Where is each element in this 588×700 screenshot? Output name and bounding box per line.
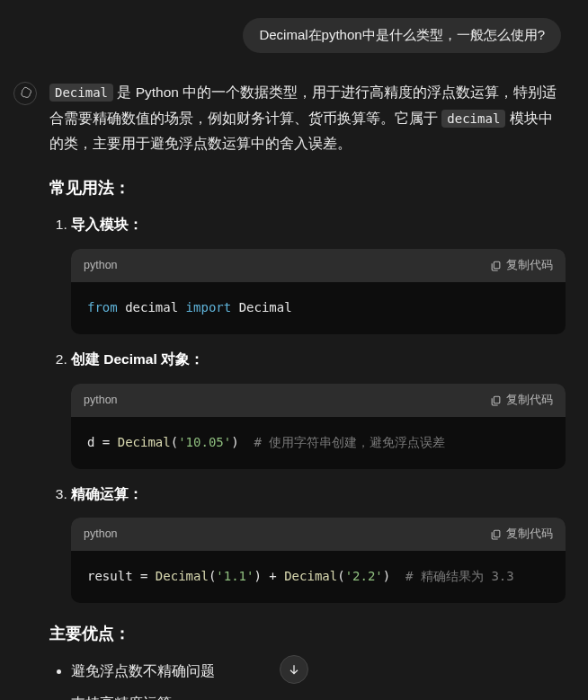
svg-rect-2 bbox=[494, 531, 500, 538]
code-content: result = Decimal('1.1') + Decimal('2.2')… bbox=[71, 551, 566, 603]
code-content: d = Decimal('10.05') # 使用字符串创建，避免浮点误差 bbox=[71, 417, 566, 469]
user-message-bubble: Decimal在python中是什么类型，一般怎么使用? bbox=[243, 18, 561, 53]
assistant-avatar bbox=[13, 82, 37, 105]
list-item: 导入模块： python 复制代码 from decimal import De… bbox=[71, 212, 566, 334]
copy-code-button[interactable]: 复制代码 bbox=[490, 524, 553, 545]
code-content: from decimal import Decimal bbox=[71, 282, 566, 334]
inline-code: Decimal bbox=[49, 84, 113, 102]
code-block: python 复制代码 result = Decimal('1.1') + De… bbox=[71, 518, 566, 603]
openai-logo-icon bbox=[18, 86, 32, 101]
inline-code: decimal bbox=[441, 110, 505, 128]
section-heading-advantages: 主要优点： bbox=[49, 619, 566, 649]
intro-paragraph: Decimal 是 Python 中的一个数据类型，用于进行高精度的浮点数运算，… bbox=[49, 80, 566, 157]
code-block: python 复制代码 d = Decimal('10.05') # 使用字符串… bbox=[71, 384, 566, 469]
assistant-response: Decimal 是 Python 中的一个数据类型，用于进行高精度的浮点数运算，… bbox=[49, 80, 575, 700]
arrow-down-icon bbox=[287, 662, 301, 677]
clipboard-icon bbox=[490, 394, 502, 406]
copy-code-button[interactable]: 复制代码 bbox=[490, 255, 553, 276]
section-heading-usage: 常见用法： bbox=[49, 173, 566, 203]
code-lang-label: python bbox=[84, 255, 118, 276]
list-item: 创建 Decimal 对象： python 复制代码 d = Decimal('… bbox=[71, 347, 566, 469]
svg-rect-1 bbox=[494, 396, 500, 403]
copy-code-button[interactable]: 复制代码 bbox=[490, 390, 553, 411]
clipboard-icon bbox=[490, 260, 502, 271]
code-lang-label: python bbox=[84, 524, 118, 545]
code-lang-label: python bbox=[84, 390, 118, 411]
list-item: 支持高精度运算 bbox=[71, 691, 566, 700]
list-item: 精确运算： python 复制代码 result = Decimal('1.1'… bbox=[71, 482, 566, 604]
scroll-down-button[interactable] bbox=[280, 655, 308, 684]
list-item: 避免浮点数不精确问题 bbox=[71, 659, 566, 685]
code-block: python 复制代码 from decimal import Decimal bbox=[71, 249, 566, 334]
svg-rect-0 bbox=[494, 261, 500, 269]
clipboard-icon bbox=[490, 528, 502, 540]
